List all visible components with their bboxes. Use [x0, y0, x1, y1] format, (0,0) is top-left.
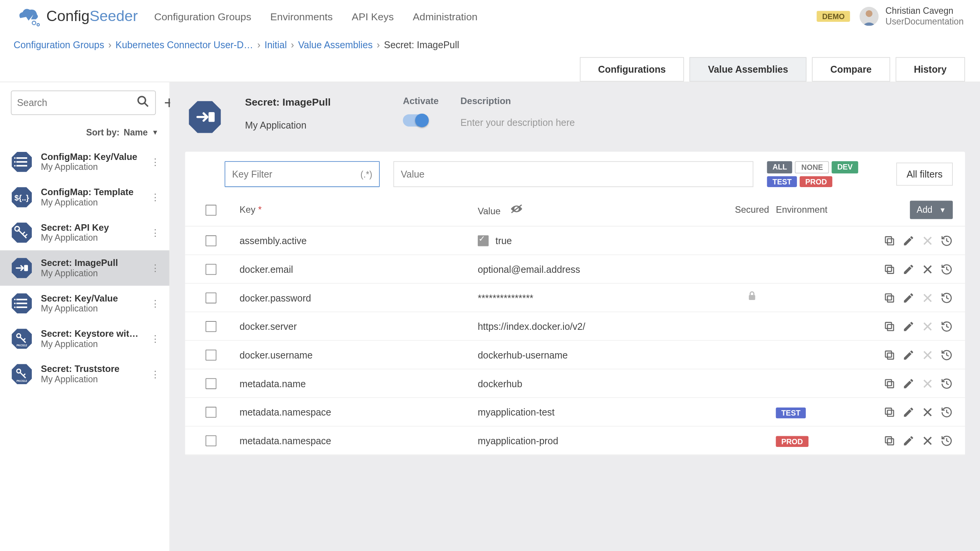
avatar[interactable] — [860, 7, 879, 26]
svg-rect-6 — [16, 157, 27, 159]
breadcrumb-item[interactable]: Value Assemblies — [298, 39, 373, 50]
copy-icon[interactable] — [884, 292, 896, 304]
add-row-button[interactable]: Add▼ — [910, 201, 953, 219]
breadcrumb-item[interactable]: Kubernetes Connector User-D… — [116, 39, 253, 50]
breadcrumb-item: Secret: ImagePull — [384, 39, 459, 50]
row-checkbox[interactable] — [206, 264, 216, 274]
topnav-administration[interactable]: Administration — [413, 11, 477, 22]
sidebar-item[interactable]: Secret: API KeyMy Application⋮ — [0, 215, 170, 250]
row-checkbox[interactable] — [206, 292, 216, 303]
sidebar-item-sub: My Application — [41, 339, 141, 349]
copy-icon[interactable] — [884, 434, 896, 447]
history-icon[interactable] — [941, 234, 953, 246]
sidebar-item[interactable]: PKCS12Secret: Keystore with …My Applicat… — [0, 321, 170, 356]
history-icon[interactable] — [941, 434, 953, 447]
more-menu-icon[interactable]: ⋮ — [148, 369, 163, 380]
topnav-environments[interactable]: Environments — [270, 11, 333, 22]
more-menu-icon[interactable]: ⋮ — [148, 298, 163, 309]
edit-icon[interactable] — [902, 434, 915, 447]
search-icon[interactable] — [136, 94, 150, 111]
edit-icon[interactable] — [902, 320, 915, 332]
toggle-visibility-icon[interactable] — [510, 206, 524, 217]
sort-control[interactable]: Sort by: Name ▼ — [0, 123, 170, 144]
sidebar-item[interactable]: ConfigMap: Key/ValueMy Application⋮ — [0, 144, 170, 179]
delete-icon[interactable] — [921, 263, 934, 275]
breadcrumb-item[interactable]: Configuration Groups — [14, 39, 105, 50]
svg-rect-64 — [885, 436, 892, 442]
env-chip-prod[interactable]: PROD — [800, 176, 832, 187]
demo-badge: DEMO — [817, 11, 850, 21]
more-menu-icon[interactable]: ⋮ — [148, 192, 163, 202]
topnav-configuration-groups[interactable]: Configuration Groups — [154, 11, 252, 22]
delete-icon — [921, 377, 934, 390]
delete-icon[interactable] — [921, 434, 934, 447]
tab-compare[interactable]: Compare — [812, 57, 890, 82]
delete-icon[interactable] — [921, 406, 934, 418]
value-filter[interactable] — [394, 161, 754, 187]
tab-history[interactable]: History — [895, 57, 965, 82]
env-chip-none[interactable]: NONE — [795, 161, 829, 173]
edit-icon[interactable] — [902, 234, 915, 246]
description-input[interactable]: Enter your description here — [461, 117, 964, 128]
search-box[interactable] — [11, 90, 156, 115]
edit-icon[interactable] — [902, 349, 915, 361]
tab-configurations[interactable]: Configurations — [580, 57, 684, 82]
copy-icon[interactable] — [884, 349, 896, 361]
tab-value-assemblies[interactable]: Value Assemblies — [689, 57, 806, 82]
svg-rect-7 — [16, 161, 27, 163]
logo[interactable]: ConfigSeeder — [16, 6, 138, 26]
copy-icon[interactable] — [884, 263, 896, 275]
sidebar-item[interactable]: ${..}ConfigMap: TemplateMy Application⋮ — [0, 179, 170, 215]
activate-label: Activate — [403, 96, 438, 106]
copy-icon[interactable] — [884, 320, 896, 332]
history-icon[interactable] — [941, 263, 953, 275]
edit-icon[interactable] — [902, 377, 915, 390]
history-icon[interactable] — [941, 320, 953, 332]
edit-icon[interactable] — [902, 406, 915, 418]
pkcs12-icon: PKCS12 — [10, 362, 34, 386]
user-role: UserDocumentation — [885, 16, 964, 27]
row-checkbox[interactable] — [206, 235, 216, 246]
sidebar-item[interactable]: Secret: ImagePullMy Application⋮ — [0, 250, 170, 285]
edit-icon[interactable] — [902, 263, 915, 275]
history-icon[interactable] — [941, 292, 953, 304]
edit-icon[interactable] — [902, 292, 915, 304]
key-filter-input[interactable] — [232, 169, 360, 179]
env-chip-test[interactable]: TEST — [767, 176, 797, 187]
key-cell: docker.email — [225, 264, 478, 274]
sidebar-item[interactable]: Secret: Key/ValueMy Application⋮ — [0, 286, 170, 321]
sidebar-item[interactable]: PKCS12Secret: TruststoreMy Application⋮ — [0, 357, 170, 392]
copy-icon[interactable] — [884, 406, 896, 418]
value-filter-input[interactable] — [401, 169, 746, 179]
value-cell: dockerhub — [478, 378, 728, 389]
copy-icon[interactable] — [884, 377, 896, 390]
row-checkbox[interactable] — [206, 321, 216, 331]
svg-rect-59 — [887, 410, 893, 416]
imagepull-icon — [10, 256, 34, 280]
history-icon[interactable] — [941, 349, 953, 361]
search-input[interactable] — [17, 97, 136, 108]
key-cell: metadata.namespace — [225, 406, 478, 417]
all-filters-button[interactable]: All filters — [897, 163, 953, 186]
env-chip-all[interactable]: ALL — [767, 161, 792, 173]
topnav-api-keys[interactable]: API Keys — [352, 11, 394, 22]
row-checkbox[interactable] — [206, 406, 216, 417]
row-checkbox[interactable] — [206, 435, 216, 446]
env-chip-dev[interactable]: DEV — [832, 161, 858, 173]
select-all-checkbox[interactable] — [206, 204, 216, 215]
activate-toggle[interactable] — [403, 114, 427, 127]
table-row: docker.usernamedockerhub-username — [185, 341, 965, 370]
more-menu-icon[interactable]: ⋮ — [148, 227, 163, 238]
copy-icon[interactable] — [884, 234, 896, 246]
key-filter[interactable]: (.*) — [225, 161, 380, 187]
breadcrumb-item[interactable]: Initial — [265, 39, 287, 50]
more-menu-icon[interactable]: ⋮ — [148, 333, 163, 344]
history-icon[interactable] — [941, 377, 953, 390]
history-icon[interactable] — [941, 406, 953, 418]
row-checkbox[interactable] — [206, 349, 216, 360]
more-menu-icon[interactable]: ⋮ — [148, 156, 163, 167]
imagepull-icon — [186, 99, 223, 135]
more-menu-icon[interactable]: ⋮ — [148, 262, 163, 273]
value-cell: optional@email.address — [478, 264, 728, 274]
row-checkbox[interactable] — [206, 378, 216, 389]
